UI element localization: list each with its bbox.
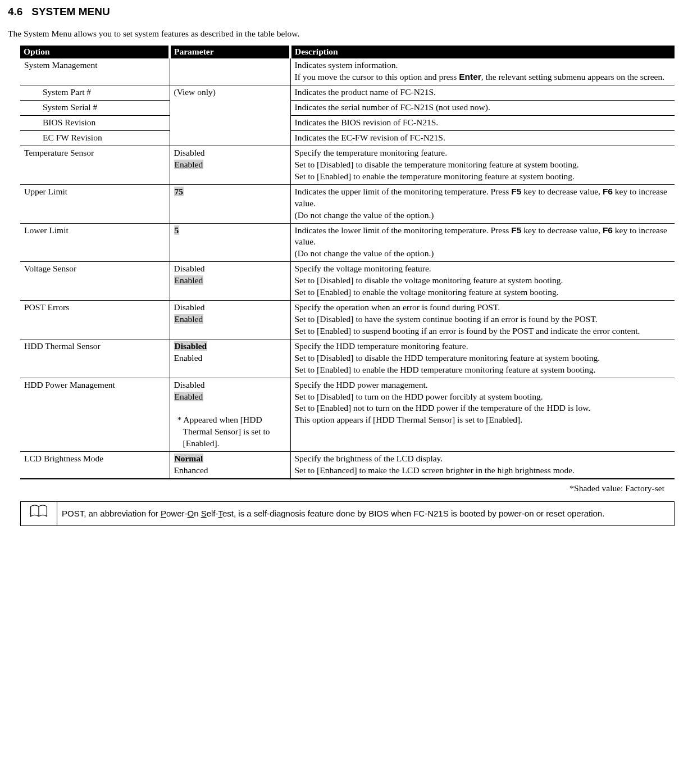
param-disabled: Disabled bbox=[174, 341, 208, 351]
param-note: * Appeared when [HDD Thermal Sensor] is … bbox=[174, 414, 286, 450]
cell-parameter: Disabled Enabled bbox=[170, 339, 290, 378]
desc-line: This option appears if [HDD Thermal Sens… bbox=[295, 414, 671, 426]
options-table: Option Parameter Description System Mana… bbox=[20, 46, 675, 479]
param-value: 5 bbox=[174, 225, 180, 235]
book-icon bbox=[21, 501, 57, 525]
key-f5: F5 bbox=[511, 187, 521, 196]
footnote: *Shaded value: Factory-set bbox=[8, 483, 664, 495]
key-f5: F5 bbox=[511, 225, 521, 235]
cell-option: System Serial # bbox=[20, 101, 170, 116]
cell-parameter: (View only) bbox=[170, 85, 290, 146]
row-voltage-sensor: Voltage Sensor Disabled Enabled Specify … bbox=[20, 262, 675, 301]
param-disabled: Disabled bbox=[174, 302, 205, 312]
cell-parameter: Disabled Enabled bbox=[170, 301, 290, 339]
cell-parameter: Normal Enhanced bbox=[170, 452, 290, 479]
cell-description: Indicates the BIOS revision of FC-N21S. bbox=[290, 116, 675, 131]
cell-description: Specify the HDD temperature monitoring f… bbox=[290, 339, 675, 378]
param-enabled: Enabled bbox=[174, 275, 204, 285]
row-lower-limit: Lower Limit 5 Indicates the lower limit … bbox=[20, 223, 675, 262]
cell-description: Specify the brightness of the LCD displa… bbox=[290, 452, 675, 479]
row-hdd-thermal-sensor: HDD Thermal Sensor Disabled Enabled Spec… bbox=[20, 339, 675, 378]
param-disabled: Disabled bbox=[174, 380, 205, 389]
row-system-serial: System Serial # Indicates the serial num… bbox=[20, 101, 675, 116]
desc-line: Specify the HDD power management. bbox=[295, 379, 671, 391]
cell-parameter: Disabled Enabled bbox=[170, 262, 290, 301]
param-enhanced: Enhanced bbox=[174, 465, 208, 475]
cell-option: HDD Power Management bbox=[20, 378, 170, 452]
row-post-errors: POST Errors Disabled Enabled Specify the… bbox=[20, 301, 675, 339]
cell-parameter: Disabled Enabled bbox=[170, 146, 290, 185]
cell-option: Voltage Sensor bbox=[20, 262, 170, 301]
cell-parameter: 5 bbox=[170, 223, 290, 262]
cell-option: HDD Thermal Sensor bbox=[20, 339, 170, 378]
cell-option: Upper Limit bbox=[20, 184, 170, 223]
header-option: Option bbox=[20, 46, 170, 58]
key-f6: F6 bbox=[603, 225, 613, 235]
desc-line: Set to [Disabled] to turn on the HDD pow… bbox=[295, 391, 671, 403]
cell-description: Indicates the upper limit of the monitor… bbox=[290, 184, 675, 223]
desc-line: Indicates the upper limit of the monitor… bbox=[295, 186, 671, 210]
cell-description: Indicates the EC-FW revision of FC-N21S. bbox=[290, 131, 675, 146]
section-heading: 4.6 SYSTEM MENU bbox=[8, 4, 680, 19]
header-parameter: Parameter bbox=[170, 46, 290, 58]
desc-line: Set to [Enabled] not to turn on the HDD … bbox=[295, 402, 671, 414]
row-bios-revision: BIOS Revision Indicates the BIOS revisio… bbox=[20, 116, 675, 131]
row-temperature-sensor: Temperature Sensor Disabled Enabled Spec… bbox=[20, 146, 675, 185]
desc-line: Indicates system information. bbox=[295, 60, 671, 71]
key-f6: F6 bbox=[603, 187, 613, 196]
intro-paragraph: The System Menu allows you to set system… bbox=[8, 28, 680, 40]
param-enabled: Enabled bbox=[174, 314, 204, 324]
desc-line: Set to [Enabled] to enable the voltage m… bbox=[295, 287, 671, 298]
cell-option: Temperature Sensor bbox=[20, 146, 170, 185]
cell-description: Indicates the product name of FC-N21S. bbox=[290, 85, 675, 101]
cell-description: Specify the temperature monitoring featu… bbox=[290, 146, 675, 185]
row-ecfw-revision: EC FW Revision Indicates the EC-FW revis… bbox=[20, 131, 675, 146]
row-hdd-power-management: HDD Power Management Disabled Enabled * … bbox=[20, 378, 675, 452]
param-value: 75 bbox=[174, 187, 184, 196]
desc-line: Set to [Disabled] to disable the voltage… bbox=[295, 275, 671, 287]
param-normal: Normal bbox=[174, 454, 204, 463]
section-number: 4.6 bbox=[8, 6, 22, 17]
cell-parameter: Disabled Enabled * Appeared when [HDD Th… bbox=[170, 378, 290, 452]
note-box: POST, an abbreviation for Power-On Self-… bbox=[20, 501, 675, 526]
cell-option: System Part # bbox=[20, 85, 170, 101]
desc-line: Specify the voltage monitoring feature. bbox=[295, 263, 671, 275]
section-title: SYSTEM MENU bbox=[31, 6, 110, 17]
row-upper-limit: Upper Limit 75 Indicates the upper limit… bbox=[20, 184, 675, 223]
desc-line: Indicates the lower limit of the monitor… bbox=[295, 225, 671, 248]
cell-option: BIOS Revision bbox=[20, 116, 170, 131]
cell-description: Indicates the lower limit of the monitor… bbox=[290, 223, 675, 262]
desc-line: Set to [Disabled] to have the system con… bbox=[295, 314, 671, 325]
cell-option: POST Errors bbox=[20, 301, 170, 339]
desc-line: Specify the HDD temperature monitoring f… bbox=[295, 341, 671, 352]
param-disabled: Disabled bbox=[174, 264, 205, 273]
cell-description: Specify the HDD power management. Set to… bbox=[290, 378, 675, 452]
param-enabled: Enabled bbox=[174, 160, 204, 169]
cell-option: Lower Limit bbox=[20, 223, 170, 262]
row-system-management: System Management Indicates system infor… bbox=[20, 58, 675, 85]
note-text: POST, an abbreviation for Power-On Self-… bbox=[57, 501, 675, 525]
desc-line: If you move the cursor to this option an… bbox=[295, 71, 671, 83]
row-system-part: System Part # (View only) Indicates the … bbox=[20, 85, 675, 101]
desc-line: Specify the brightness of the LCD displa… bbox=[295, 453, 671, 465]
header-description: Description bbox=[290, 46, 675, 58]
cell-description: Indicates the serial number of FC-N21S (… bbox=[290, 101, 675, 116]
cell-parameter: 75 bbox=[170, 184, 290, 223]
param-enabled: Enabled bbox=[174, 353, 203, 362]
cell-option: System Management bbox=[20, 58, 170, 85]
desc-line: Set to [Enabled] to enable the HDD tempe… bbox=[295, 364, 671, 376]
desc-line: (Do not change the value of the option.) bbox=[295, 248, 671, 260]
param-disabled: Disabled bbox=[174, 148, 205, 157]
desc-line: Specify the operation when an error is f… bbox=[295, 302, 671, 314]
key-enter: Enter bbox=[459, 72, 481, 81]
desc-line: Set to [Disabled] to disable the tempera… bbox=[295, 159, 671, 171]
desc-line: Set to [Enhanced] to make the LCD screen… bbox=[295, 465, 671, 477]
cell-option: LCD Brightness Mode bbox=[20, 452, 170, 479]
table-header-row: Option Parameter Description bbox=[20, 46, 675, 58]
cell-option: EC FW Revision bbox=[20, 131, 170, 146]
row-lcd-brightness: LCD Brightness Mode Normal Enhanced Spec… bbox=[20, 452, 675, 479]
desc-line: (Do not change the value of the option.) bbox=[295, 210, 671, 221]
desc-line: Set to [Enabled] to suspend booting if a… bbox=[295, 325, 671, 337]
cell-description: Specify the voltage monitoring feature. … bbox=[290, 262, 675, 301]
cell-description: Indicates system information. If you mov… bbox=[290, 58, 675, 85]
